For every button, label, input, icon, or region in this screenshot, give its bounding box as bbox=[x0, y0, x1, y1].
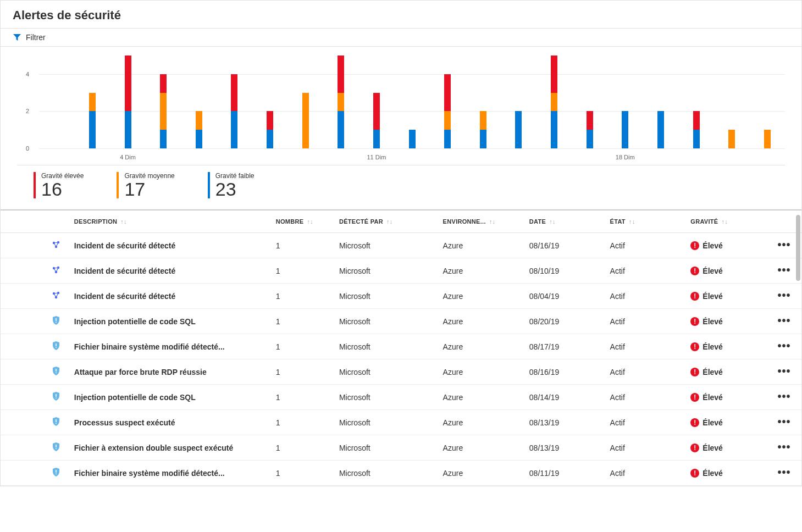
cell-environment: Azure bbox=[439, 359, 525, 385]
table-row[interactable]: Incident de sécurité détecté1MicrosoftAz… bbox=[1, 284, 801, 309]
bar[interactable] bbox=[110, 56, 146, 148]
cell-count: 1 bbox=[272, 410, 335, 435]
cell-state: Actif bbox=[606, 461, 687, 486]
cell-severity: !Élevé bbox=[686, 410, 767, 435]
row-actions-button[interactable]: ••• bbox=[778, 470, 791, 474]
cell-severity: !Élevé bbox=[686, 334, 767, 359]
table-row[interactable]: Incident de sécurité détecté1MicrosoftAz… bbox=[1, 233, 801, 258]
filter-button[interactable]: Filtrer bbox=[13, 33, 46, 42]
bar[interactable] bbox=[678, 56, 714, 148]
cell-description: Fichier binaire système modifié détecté.… bbox=[70, 334, 272, 359]
chart-area[interactable]: 024 4 Dim11 Dim18 Dim bbox=[17, 50, 785, 165]
bar-segment-high bbox=[231, 74, 237, 112]
cell-date: 08/04/19 bbox=[525, 284, 606, 309]
filter-label: Filtrer bbox=[26, 33, 46, 42]
bar[interactable] bbox=[75, 56, 110, 148]
bar-segment-medium bbox=[338, 93, 344, 112]
bar[interactable] bbox=[536, 56, 572, 148]
bar[interactable] bbox=[572, 56, 607, 148]
summary-sev-high[interactable]: Gravité élevée16 bbox=[34, 172, 84, 198]
bar[interactable] bbox=[501, 56, 536, 148]
table-row[interactable]: Injection potentielle de code SQL1Micros… bbox=[1, 309, 801, 334]
row-actions-button[interactable]: ••• bbox=[778, 242, 791, 247]
cell-description: Fichier à extension double suspect exécu… bbox=[70, 435, 272, 461]
filter-icon bbox=[13, 33, 21, 42]
col-header-date[interactable]: DATE↑↓ bbox=[525, 210, 606, 233]
cell-date: 08/13/19 bbox=[525, 410, 606, 435]
col-label: DATE bbox=[529, 218, 546, 225]
bar-segment-high bbox=[338, 56, 344, 93]
summary-value: 23 bbox=[215, 180, 255, 198]
cell-state: Actif bbox=[606, 334, 687, 359]
cell-state: Actif bbox=[606, 284, 687, 309]
bar[interactable] bbox=[39, 56, 75, 148]
bar[interactable] bbox=[359, 56, 395, 148]
cell-count: 1 bbox=[272, 385, 335, 410]
cell-environment: Azure bbox=[439, 233, 525, 258]
svg-rect-19 bbox=[56, 322, 57, 323]
summary-sev-low[interactable]: Gravité faible23 bbox=[208, 172, 255, 198]
bar[interactable] bbox=[466, 56, 501, 148]
sort-icon: ↑↓ bbox=[629, 218, 635, 225]
bar-segment-low bbox=[480, 130, 486, 148]
alerts-table-wrap: DESCRIPTION↑↓NOMBRE↑↓DÉTECTÉ PAR↑↓ENVIRO… bbox=[1, 209, 801, 486]
table-row[interactable]: Fichier à extension double suspect exécu… bbox=[1, 435, 801, 461]
bar[interactable] bbox=[323, 56, 359, 148]
col-label: NOMBRE bbox=[276, 218, 304, 225]
row-actions-button[interactable]: ••• bbox=[778, 394, 791, 398]
row-actions-button[interactable]: ••• bbox=[778, 369, 791, 373]
bar-segment-high bbox=[444, 74, 451, 112]
bar[interactable] bbox=[607, 56, 643, 148]
bar-segment-high bbox=[693, 111, 700, 130]
shield-icon bbox=[51, 442, 61, 453]
row-actions-button[interactable]: ••• bbox=[778, 343, 791, 348]
bar[interactable] bbox=[714, 56, 750, 148]
svg-rect-20 bbox=[56, 343, 57, 346]
col-header-description[interactable]: DESCRIPTION↑↓ bbox=[70, 210, 272, 233]
cell-detected-by: Microsoft bbox=[335, 233, 439, 258]
cell-count: 1 bbox=[272, 359, 335, 385]
sort-icon: ↑↓ bbox=[386, 218, 393, 225]
cell-count: 1 bbox=[272, 258, 335, 284]
table-row[interactable]: Injection potentielle de code SQL1Micros… bbox=[1, 385, 801, 410]
bar[interactable] bbox=[643, 56, 679, 148]
cell-severity: !Élevé bbox=[686, 359, 767, 385]
table-row[interactable]: Attaque par force brute RDP réussie1Micr… bbox=[1, 359, 801, 385]
table-row[interactable]: Incident de sécurité détecté1MicrosoftAz… bbox=[1, 258, 801, 284]
col-header-environment[interactable]: ENVIRONNE...↑↓ bbox=[439, 210, 525, 233]
alerts-table: DESCRIPTION↑↓NOMBRE↑↓DÉTECTÉ PAR↑↓ENVIRO… bbox=[1, 210, 801, 486]
bar[interactable] bbox=[146, 56, 181, 148]
bar-segment-medium bbox=[160, 93, 167, 130]
col-header-severity[interactable]: GRAVITÉ↑↓ bbox=[686, 210, 767, 233]
bar-segment-high bbox=[587, 111, 593, 130]
bar[interactable] bbox=[287, 56, 323, 148]
bar[interactable] bbox=[430, 56, 466, 148]
table-row[interactable]: Fichier binaire système modifié détecté.… bbox=[1, 334, 801, 359]
svg-rect-30 bbox=[56, 470, 57, 473]
page-header: Alertes de sécurité bbox=[1, 1, 801, 28]
row-actions-button[interactable]: ••• bbox=[778, 293, 791, 297]
col-header-count[interactable]: NOMBRE↑↓ bbox=[272, 210, 335, 233]
bar[interactable] bbox=[252, 56, 288, 148]
x-tick-label: 11 Dim bbox=[367, 154, 386, 160]
col-header-detected_by[interactable]: DÉTECTÉ PAR↑↓ bbox=[335, 210, 439, 233]
table-row[interactable]: Processus suspect exécuté1MicrosoftAzure… bbox=[1, 410, 801, 435]
bar[interactable] bbox=[750, 56, 786, 148]
row-actions-button[interactable]: ••• bbox=[778, 318, 791, 323]
table-row[interactable]: Fichier binaire système modifié détecté.… bbox=[1, 461, 801, 486]
scrollbar-thumb[interactable] bbox=[796, 215, 800, 281]
bar-segment-low bbox=[125, 111, 131, 148]
severity-high-icon: ! bbox=[690, 342, 699, 351]
bar[interactable] bbox=[181, 56, 217, 148]
summary-sev-med[interactable]: Gravité moyenne17 bbox=[117, 172, 174, 198]
row-actions-button[interactable]: ••• bbox=[778, 445, 791, 449]
cell-detected-by: Microsoft bbox=[335, 284, 439, 309]
bar[interactable] bbox=[394, 56, 430, 148]
cell-date: 08/16/19 bbox=[525, 359, 606, 385]
col-header-state[interactable]: ÉTAT↑↓ bbox=[606, 210, 687, 233]
svg-rect-24 bbox=[56, 394, 57, 397]
row-actions-button[interactable]: ••• bbox=[778, 268, 791, 272]
bar[interactable] bbox=[217, 56, 252, 148]
shield-icon bbox=[51, 417, 61, 428]
row-actions-button[interactable]: ••• bbox=[778, 419, 791, 424]
